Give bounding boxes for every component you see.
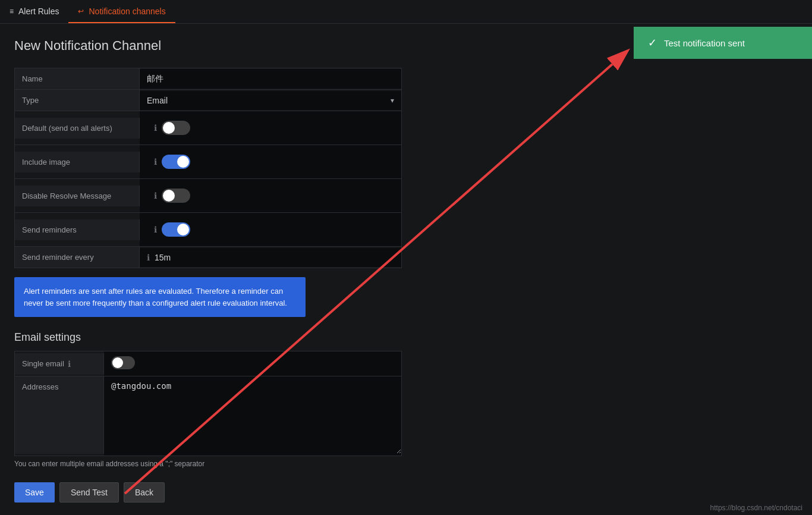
disable-resolve-toggle-row: ℹ [147,184,394,208]
single-email-toggle-knob [112,357,123,368]
disable-resolve-row: Disable Resolve Message ℹ [14,178,402,213]
alert-rules-icon: ≡ [10,7,14,15]
include-image-toggle-row: ℹ [147,150,394,174]
name-row: Name [14,68,402,90]
single-email-toggle[interactable] [111,356,135,369]
disable-resolve-control: ℹ [140,179,401,212]
send-reminder-every-input[interactable] [155,253,394,262]
single-email-row: Single email ℹ [14,351,402,376]
send-test-button[interactable]: Send Test [59,482,119,503]
default-label: Default (send on all alerts) [15,118,140,139]
disable-resolve-label: Disable Resolve Message [15,186,140,206]
send-reminders-toggle[interactable] [162,222,190,237]
disable-resolve-toggle-knob [163,190,175,202]
send-reminders-control: ℹ [140,213,401,246]
notification-channels-icon: ↩ [78,7,84,15]
tab-alert-rules-label: Alert Rules [18,7,59,16]
save-button[interactable]: Save [14,482,55,503]
name-control [140,69,401,89]
tab-alert-rules[interactable]: ≡ Alert Rules [0,0,68,23]
default-control: ℹ [140,111,401,145]
include-image-toggle[interactable] [162,155,190,169]
default-toggle-knob [163,122,175,134]
toast-check-icon: ✓ [648,36,657,49]
single-email-control [104,351,401,376]
addresses-label: Addresses [15,376,104,454]
addresses-textarea[interactable]: @tangdou.com [104,376,401,454]
top-nav: ≡ Alert Rules ↩ Notification channels [0,0,812,24]
name-label: Name [15,68,140,89]
send-reminders-row: Send reminders ℹ [14,212,402,247]
back-button[interactable]: Back [124,482,165,503]
include-image-toggle-knob [177,156,189,168]
include-image-row: Include image ℹ [14,145,402,179]
include-image-label: Include image [15,152,140,172]
type-label: Type [15,90,140,111]
tab-notification-channels[interactable]: ↩ Notification channels [68,0,175,23]
default-toggle-row: ℹ [147,116,394,140]
send-reminder-every-label: Send reminder every [15,247,140,268]
include-image-control: ℹ [140,145,401,178]
default-info-icon[interactable]: ℹ [154,123,157,133]
addresses-help-text: You can enter multiple email addresses u… [14,460,402,468]
disable-resolve-toggle[interactable] [162,189,190,203]
type-select[interactable]: Email Slack PagerDuty Webhook [147,96,386,105]
toast-notification: ✓ Test notification sent [634,27,812,59]
type-control: Email Slack PagerDuty Webhook ▾ [140,91,401,110]
send-reminder-every-control: ℹ [140,248,401,267]
main-content: New Notification Channel Name Type Email… [0,24,416,515]
type-select-wrapper: Email Slack PagerDuty Webhook ▾ [147,96,394,105]
select-arrow-icon: ▾ [391,96,394,105]
tab-notification-channels-label: Notification channels [89,7,165,16]
send-reminders-toggle-row: ℹ [147,218,394,241]
toast-message: Test notification sent [664,38,745,48]
default-toggle[interactable] [162,121,190,135]
page-title: New Notification Channel [14,38,402,54]
addresses-textarea-wrapper: @tangdou.com [104,376,401,456]
send-reminders-toggle-knob [177,224,189,235]
email-settings-title: Email settings [14,331,402,344]
disable-resolve-info-icon[interactable]: ℹ [154,191,157,200]
single-email-label: Single email ℹ [15,353,104,375]
button-row: Save Send Test Back [14,482,402,503]
name-input[interactable] [147,74,394,84]
include-image-info-icon[interactable]: ℹ [154,157,157,167]
send-reminders-info-icon[interactable]: ℹ [154,225,157,234]
default-row: Default (send on all alerts) ℹ [14,111,402,145]
send-reminders-label: Send reminders [15,219,140,240]
type-row: Type Email Slack PagerDuty Webhook ▾ [14,89,402,111]
send-reminder-every-info-icon[interactable]: ℹ [147,253,150,262]
single-email-info-icon[interactable]: ℹ [68,359,71,369]
reminder-info-box: Alert reminders are sent after rules are… [14,277,306,317]
footer-url: https://blog.csdn.net/cndotaci [710,504,802,512]
addresses-row: Addresses @tangdou.com [14,376,402,456]
send-reminder-every-row: Send reminder every ℹ [14,246,402,268]
